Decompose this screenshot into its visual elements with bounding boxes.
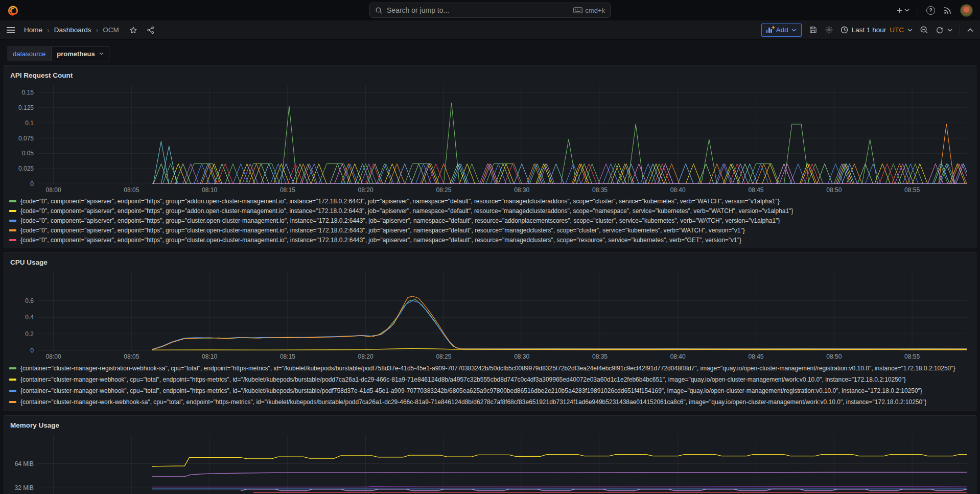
variable-label: datasource: [7, 46, 51, 61]
add-panel-button[interactable]: + Add: [761, 23, 802, 37]
chevron-down-icon: [791, 29, 797, 32]
legend-item[interactable]: {code="0", component="apiserver", endpoi…: [9, 196, 971, 206]
legend-label: {code="0", component="apiserver", endpoi…: [20, 207, 793, 215]
save-dashboard-icon[interactable]: [809, 26, 818, 34]
series-color-chip: [9, 229, 16, 231]
kiosk-mode-icon[interactable]: [967, 28, 973, 32]
svg-text:0.075: 0.075: [18, 135, 34, 142]
legend-item[interactable]: {code="0", component="apiserver", endpoi…: [9, 235, 971, 245]
series-color-chip: [9, 390, 16, 392]
svg-text:08:55: 08:55: [904, 353, 920, 360]
menu-toggle-icon[interactable]: [7, 27, 15, 34]
grafana-logo[interactable]: [7, 5, 19, 16]
breadcrumb-dashboards[interactable]: Dashboards: [54, 26, 91, 34]
svg-text:08:35: 08:35: [592, 353, 608, 360]
add-visualization-icon: +: [766, 28, 772, 33]
cpu-legend: {container="cluster-manager-registration…: [9, 363, 971, 408]
panel-api-request-count: API Request Count 08:0008:0508:1008:1508…: [4, 65, 976, 248]
dashboard-toolbar: Home › Dashboards › OCM + Add Last 1: [0, 20, 980, 40]
series-color-chip: [9, 367, 16, 369]
breadcrumb-current[interactable]: OCM: [103, 26, 119, 34]
svg-text:08:20: 08:20: [358, 353, 374, 360]
legend-label: {code="0", component="apiserver", endpoi…: [20, 198, 780, 205]
user-avatar[interactable]: [960, 4, 973, 17]
refresh-button[interactable]: [936, 26, 952, 34]
news-icon[interactable]: [943, 6, 952, 15]
panel-memory-usage: Memory Usage 08:0008:0508:1008:1508:2008…: [4, 415, 976, 494]
svg-text:0.4: 0.4: [25, 314, 34, 321]
svg-text:0.2: 0.2: [25, 331, 34, 338]
legend-label: {code="0", component="apiserver", endpoi…: [20, 237, 741, 244]
legend-item[interactable]: {container="cluster-manager-webhook", cp…: [9, 385, 971, 396]
svg-text:08:25: 08:25: [436, 353, 451, 360]
divider: [918, 6, 918, 15]
variables-row: datasource prometheus: [0, 40, 980, 61]
svg-text:0.05: 0.05: [22, 150, 34, 157]
svg-text:0.1: 0.1: [25, 120, 34, 127]
new-menu-button[interactable]: +: [897, 6, 909, 15]
series-color-chip: [9, 220, 16, 222]
panel-cpu-usage: CPU Usage 08:0008:0508:1008:1508:2008:25…: [4, 252, 976, 411]
cpu-usage-chart[interactable]: 08:0008:0508:1008:1508:2008:2508:3008:35…: [9, 269, 971, 362]
panel-header[interactable]: CPU Usage: [9, 255, 971, 269]
chevron-down-icon: [99, 52, 104, 55]
legend-item[interactable]: {container="cluster-manager-registration…: [9, 363, 971, 374]
search-placeholder: Search or jump to...: [387, 6, 569, 14]
svg-text:08:45: 08:45: [748, 186, 763, 194]
panel-title[interactable]: Memory Usage: [10, 421, 59, 429]
legend-label: {container="cluster-manager-webhook", cp…: [20, 376, 906, 383]
variable-value-dropdown[interactable]: prometheus: [51, 46, 109, 61]
legend-item[interactable]: {code="0", component="apiserver", endpoi…: [9, 225, 971, 235]
svg-text:08:40: 08:40: [670, 353, 686, 360]
legend-label: {container="cluster-manager-work-webhook…: [20, 398, 926, 406]
legend-item[interactable]: {container="cluster-manager-webhook", cp…: [9, 374, 971, 385]
svg-text:08:15: 08:15: [280, 186, 295, 194]
svg-text:0.025: 0.025: [18, 165, 34, 172]
svg-text:08:10: 08:10: [202, 353, 217, 360]
series-color-chip: [9, 379, 16, 381]
svg-text:08:40: 08:40: [670, 186, 686, 194]
refresh-icon: [936, 26, 944, 34]
svg-text:08:50: 08:50: [826, 353, 842, 360]
svg-text:08:30: 08:30: [514, 186, 529, 194]
plus-icon: +: [897, 6, 902, 15]
variable-datasource[interactable]: datasource prometheus: [7, 46, 109, 61]
svg-text:08:50: 08:50: [826, 186, 842, 194]
search-icon: [375, 7, 383, 14]
help-icon[interactable]: ?: [926, 6, 935, 15]
time-range-picker[interactable]: Last 1 hour UTC: [841, 26, 913, 34]
time-range-label: Last 1 hour: [852, 26, 886, 34]
svg-text:0.125: 0.125: [18, 104, 34, 111]
svg-text:08:20: 08:20: [358, 186, 374, 194]
clock-icon: [841, 26, 848, 34]
breadcrumb: Home › Dashboards › OCM: [24, 26, 119, 34]
legend-item[interactable]: {container="cluster-manager-work-webhook…: [9, 396, 971, 408]
top-header: Search or jump to... cmd+k + ?: [0, 0, 980, 20]
svg-text:08:10: 08:10: [202, 186, 217, 194]
favorite-star-icon[interactable]: [129, 26, 137, 34]
memory-usage-chart[interactable]: 08:0008:0508:1008:1508:2008:2508:3008:35…: [9, 432, 971, 494]
svg-text:08:00: 08:00: [46, 186, 61, 194]
svg-text:0: 0: [30, 347, 34, 354]
keyboard-icon: [573, 7, 582, 13]
zoom-out-icon[interactable]: [920, 26, 928, 34]
svg-text:0: 0: [30, 180, 34, 187]
api-request-count-chart[interactable]: 08:0008:0508:1008:1508:2008:2508:3008:35…: [9, 82, 971, 195]
legend-label: {code="0", component="apiserver", endpoi…: [20, 227, 745, 234]
share-icon[interactable]: [147, 26, 155, 34]
legend-item[interactable]: {code="0", component="apiserver", endpoi…: [9, 206, 971, 216]
search-input[interactable]: Search or jump to... cmd+k: [369, 3, 611, 18]
series-color-chip: [9, 401, 16, 403]
series-color-chip: [9, 239, 16, 241]
panel-title[interactable]: CPU Usage: [10, 258, 48, 266]
timezone-label: UTC: [890, 26, 904, 34]
legend-item[interactable]: {code="0", component="apiserver", endpoi…: [9, 216, 971, 225]
panel-header[interactable]: API Request Count: [9, 68, 971, 82]
svg-text:08:30: 08:30: [514, 353, 529, 360]
dashboard-settings-icon[interactable]: [825, 26, 833, 34]
chevron-down-icon: [947, 29, 952, 32]
panel-header[interactable]: Memory Usage: [9, 418, 971, 432]
breadcrumb-home[interactable]: Home: [24, 26, 42, 34]
panel-title[interactable]: API Request Count: [10, 72, 73, 79]
svg-text:08:15: 08:15: [280, 353, 295, 360]
